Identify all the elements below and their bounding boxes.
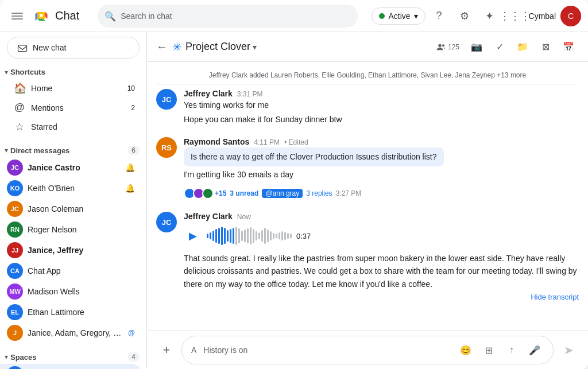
spaces-chevron: ▾ [5,353,8,361]
dm-name: Janice Castro [28,163,121,172]
dm-avatar: RN [7,222,23,238]
calendar-icon-btn[interactable]: 📅 [558,37,579,57]
task-icon-btn[interactable]: ✓ [489,37,510,57]
thread-avatars [184,188,211,199]
waveform-bar [212,231,214,241]
chat-title-dropdown[interactable]: ▾ [253,42,257,52]
dm-name: Janice, Jeffrey [28,246,135,255]
sidebar-item-starred[interactable]: ☆ Starred [0,117,142,137]
dm-section-header[interactable]: ▾ Direct messages 6 [0,141,146,157]
thread-extra-count: +15 [215,189,226,197]
filter-icon-btn[interactable]: ⊠ [535,37,556,57]
back-button[interactable]: ← [156,40,168,53]
msg-header: Jeffrey Clark Now [184,212,579,221]
msg-content: Jeffrey Clark 3:31 PM Yes timing works f… [184,89,579,128]
sidebar-dm-item-5[interactable]: CA Chat App [0,261,142,281]
search-input[interactable] [98,5,358,28]
message-input[interactable] [203,345,452,355]
sidebar-space-item-0[interactable]: ✳ Project Clover 🔔 [0,364,142,369]
svg-point-8 [442,44,444,46]
svg-rect-2 [11,18,23,20]
home-count: 10 [127,84,135,92]
magic-button[interactable]: ✦ [478,5,501,28]
mic-button[interactable]: 🎤 [525,341,544,359]
waveform-bar [256,231,257,240]
spaces-section-count: 4 [127,352,140,362]
attachment-button[interactable]: ⊞ [479,341,498,359]
play-button[interactable]: ▶ [184,227,202,245]
shortcuts-section-header[interactable]: ▾ Shortcuts [0,63,146,79]
send-button[interactable]: ➤ [558,340,579,360]
sidebar-item-mentions[interactable]: @ Mentions 2 [0,98,142,117]
settings-button[interactable]: ⚙ [453,5,476,28]
msg-avatar: JC [156,89,177,110]
mentions-icon: @ [14,102,25,114]
svg-rect-1 [11,15,23,17]
dm-section-count: 6 [127,146,140,155]
dm-avatar: JC [7,160,23,176]
dm-avatar: J [7,325,23,341]
msg-time: 4:11 PM [254,138,280,146]
thread-preview[interactable]: +15 3 unread @ann gray 3 replies 3:27 PM [184,184,579,203]
sidebar-dm-item-6[interactable]: MW Madison Wells [0,281,142,302]
emoji-button[interactable]: 😊 [457,341,475,359]
dm-name: Jason Coleman [28,204,135,213]
apps-button[interactable]: ⋮⋮⋮ [504,5,527,28]
msg-author: Jeffrey Clark [184,89,233,98]
member-count-button[interactable]: 125 [432,40,464,54]
msg-edited: • Edited [284,138,308,146]
help-button[interactable]: ? [428,5,451,28]
dm-list: JC Janice Castro 🔔 KO Keith O'Brien 🔔 JC… [0,157,146,343]
audio-duration: 0:37 [296,232,311,240]
messages-area[interactable]: Jeffrey Clark added Lauren Roberts, Elli… [147,62,588,331]
account-avatar[interactable]: C [560,6,581,26]
svg-rect-0 [11,13,23,14]
sidebar-dm-item-4[interactable]: JJ Janice, Jeffrey [0,240,142,261]
waveform-bar [273,233,274,239]
new-chat-button[interactable]: New chat [7,37,140,59]
format-text-icon[interactable]: A [191,345,196,355]
add-button[interactable]: + [156,340,177,360]
sidebar-dm-item-3[interactable]: RN Roger Nelson [0,219,142,240]
hide-transcript-link[interactable]: Hide transcript [184,293,579,301]
dm-name: Keith O'Brien [28,184,121,193]
active-status-button[interactable]: Active ▾ [372,7,425,25]
thread-unread: 3 unread [230,189,258,197]
waveform [207,227,292,245]
waveform-bar [276,234,277,238]
dm-bell-icon: 🔔 [125,184,135,193]
waveform-bar [261,230,263,242]
upload-button[interactable]: ↑ [502,341,521,359]
sidebar-dm-item-1[interactable]: KO Keith O'Brien 🔔 [0,178,142,199]
dm-mention-icon: @ [128,329,135,337]
highlighted-text: Is there a way to get off the Clover Pro… [184,147,444,166]
hamburger-button[interactable] [7,6,28,26]
dm-avatar: JC [7,201,23,217]
sidebar-item-home[interactable]: 🏠 Home 10 [0,79,142,98]
msg-bubble: Hope you can make it for Sunday dinner b… [184,114,579,126]
folder-icon-btn[interactable]: 📁 [512,37,533,57]
sidebar-dm-item-8[interactable]: J Janice, Adam, Gregory, Jose... @ [0,323,142,343]
msg-author: Jeffrey Clark [184,212,233,221]
waveform-bar [270,231,272,240]
video-icon-btn[interactable]: 📷 [466,37,487,57]
msg-content: Jeffrey Clark Now ▶ 0:37 That sounds gre… [184,212,579,301]
thread-replies: 3 replies [306,189,332,197]
thread-avatar [202,188,214,199]
message-group-2: JC Jeffrey Clark Now ▶ 0:37 That sounds … [156,212,579,301]
msg-header: Jeffrey Clark 3:31 PM [184,89,579,98]
app-logo [32,7,51,25]
msg-time: Now [237,213,251,221]
waveform-bar [290,234,292,238]
shortcuts-chevron: ▾ [5,68,8,76]
spaces-list: ✳ Project Clover 🔔 📢 Cloud Announcements… [0,364,146,369]
sidebar-dm-item-7[interactable]: EL Ethan Lattimore [0,302,142,323]
spaces-section-header[interactable]: ▾ Spaces 4 [0,348,146,364]
audio-player: ▶ 0:37 [184,222,579,250]
thread-mention: @ann gray [262,189,303,198]
status-dot [379,13,385,19]
sidebar-dm-item-0[interactable]: JC Janice Castro 🔔 [0,157,142,178]
dm-avatar: JJ [7,242,23,258]
dm-avatar: EL [7,304,23,320]
sidebar-dm-item-2[interactable]: JC Jason Coleman [0,199,142,219]
